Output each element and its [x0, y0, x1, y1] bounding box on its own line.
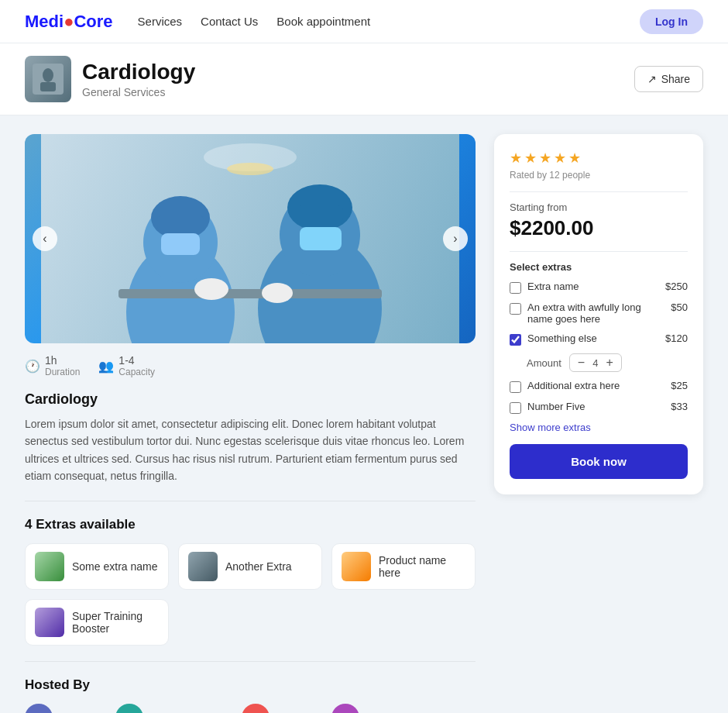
extra-option-price-2: $120 — [665, 332, 688, 344]
nav-services[interactable]: Services — [138, 15, 183, 28]
star-5: ★ — [568, 150, 581, 167]
extra-checkbox-0[interactable] — [510, 282, 521, 294]
people-icon: 👥 — [98, 359, 114, 374]
star-2: ★ — [524, 150, 537, 167]
navbar: Medi●Core Services Contact Us Book appoi… — [0, 0, 728, 43]
card-divider-1 — [510, 191, 688, 192]
capacity-stat: 👥 1-4 Capacity — [98, 354, 155, 377]
svg-rect-13 — [297, 205, 343, 222]
svg-point-1 — [43, 68, 53, 82]
clock-icon: 🕐 — [25, 359, 40, 374]
extra-name-0: Some extra name — [72, 560, 158, 573]
host-avatar-1: KM — [115, 704, 143, 713]
hosts-row: RF Rob Fox KM Kathryn Murphy TT Tim Tool… — [25, 704, 476, 713]
rating-stars: ★ ★ ★ ★ ★ — [510, 150, 688, 167]
host-3: WW Wade Warren — [331, 704, 431, 713]
host-2: TT Tim Tool — [242, 704, 316, 713]
carousel-next-button[interactable]: › — [443, 226, 468, 251]
duration-stat: 🕐 1h Duration — [25, 354, 80, 377]
extra-item-3[interactable]: Super Training Booster — [25, 599, 169, 646]
svg-point-18 — [194, 278, 228, 300]
header-text: Cardiology General Services — [82, 60, 195, 98]
extra-checkbox-2[interactable] — [510, 334, 521, 346]
logo[interactable]: Medi●Core — [25, 12, 113, 32]
extra-option-2: Something else $120 — [510, 332, 688, 346]
host-1: KM Kathryn Murphy — [115, 704, 226, 713]
extra-option-4: Number Five $33 — [510, 401, 688, 414]
extra-option-name-3: Additional extra here — [527, 380, 664, 391]
amount-decrease-button[interactable]: − — [576, 356, 586, 370]
page-header: Cardiology General Services ↗ Share — [0, 43, 728, 115]
login-button[interactable]: Log In — [640, 9, 703, 34]
extra-option-1: An extra with awfully long name goes her… — [510, 301, 688, 325]
starting-from-label: Starting from — [510, 202, 688, 213]
star-1: ★ — [510, 150, 522, 167]
extra-option-name-2: Something else — [527, 332, 659, 344]
extra-checkbox-4[interactable] — [510, 402, 521, 414]
select-extras-label: Select extras — [510, 261, 688, 273]
book-now-button[interactable]: Book now — [510, 444, 688, 479]
extras-grid: Some extra name Another Extra Product na… — [25, 543, 476, 646]
amount-label: Amount — [527, 357, 561, 369]
page-title: Cardiology — [82, 60, 195, 84]
host-avatar-0: RF — [25, 704, 53, 713]
svg-rect-17 — [118, 289, 382, 298]
extra-option-price-3: $25 — [671, 380, 688, 391]
card-divider-2 — [510, 251, 688, 252]
image-carousel: ‹ › — [25, 134, 476, 343]
nav-book-appointment[interactable]: Book appointment — [276, 15, 370, 28]
capacity-value: 1-4 — [118, 354, 155, 367]
extra-item-1[interactable]: Another Extra — [178, 543, 322, 590]
star-3: ★ — [539, 150, 551, 167]
capacity-label: Capacity — [118, 367, 155, 377]
extra-checkbox-3[interactable] — [510, 381, 521, 393]
price-display: $2200.00 — [510, 216, 688, 240]
extra-option-price-1: $50 — [671, 301, 688, 313]
duration-label: Duration — [45, 367, 80, 377]
extra-option-name-1: An extra with awfully long name goes her… — [527, 301, 664, 325]
logo-dot: ● — [64, 12, 74, 31]
extra-item-0[interactable]: Some extra name — [25, 543, 169, 590]
extra-thumb-1 — [188, 552, 218, 581]
host-avatar-3: WW — [331, 704, 359, 713]
left-panel: ‹ › 🕐 1h Duration 👥 1-4 Capacity Cardiol… — [25, 134, 476, 713]
star-4: ★ — [554, 150, 566, 167]
service-title: Cardiology — [25, 391, 476, 408]
header-left: Cardiology General Services — [25, 56, 195, 102]
service-thumbnail — [25, 56, 71, 102]
host-avatar-2: TT — [242, 704, 270, 713]
page-subtitle: General Services — [82, 86, 195, 98]
show-more-extras-link[interactable]: Show more extras — [510, 422, 688, 433]
hosted-by-title: Hosted By — [25, 677, 476, 693]
svg-rect-8 — [157, 215, 204, 231]
nav-contact[interactable]: Contact Us — [201, 15, 258, 28]
nav-links: Services Contact Us Book appointment — [138, 15, 640, 28]
extra-name-1: Another Extra — [225, 560, 292, 573]
svg-point-16 — [227, 163, 273, 175]
extra-option-price-4: $33 — [671, 401, 688, 412]
extra-thumb-0 — [35, 552, 64, 581]
amount-value: 4 — [592, 357, 598, 369]
svg-point-19 — [262, 283, 293, 303]
right-panel: ★ ★ ★ ★ ★ Rated by 12 people Starting fr… — [494, 134, 703, 713]
extra-option-name-4: Number Five — [527, 401, 664, 412]
svg-rect-14 — [300, 227, 342, 250]
extra-item-2[interactable]: Product name here — [331, 543, 476, 590]
amount-control: − 4 + — [569, 353, 622, 372]
amount-increase-button[interactable]: + — [604, 356, 614, 370]
share-button[interactable]: ↗ Share — [634, 66, 703, 92]
extras-title: 4 Extras available — [25, 517, 476, 532]
divider-1 — [25, 501, 476, 501]
extra-option-price-0: $250 — [665, 281, 688, 292]
rating-label: Rated by 12 people — [510, 170, 688, 181]
svg-rect-9 — [161, 233, 200, 255]
extra-name-2: Product name here — [379, 554, 465, 579]
extra-option-3: Additional extra here $25 — [510, 380, 688, 393]
amount-row: Amount − 4 + — [527, 353, 688, 372]
extra-checkbox-1[interactable] — [510, 303, 521, 315]
extra-option-name-0: Extra name — [527, 281, 659, 292]
carousel-prev-button[interactable]: ‹ — [33, 226, 57, 251]
extra-option-0: Extra name $250 — [510, 281, 688, 294]
stats-row: 🕐 1h Duration 👥 1-4 Capacity — [25, 354, 476, 377]
svg-rect-2 — [40, 82, 56, 91]
